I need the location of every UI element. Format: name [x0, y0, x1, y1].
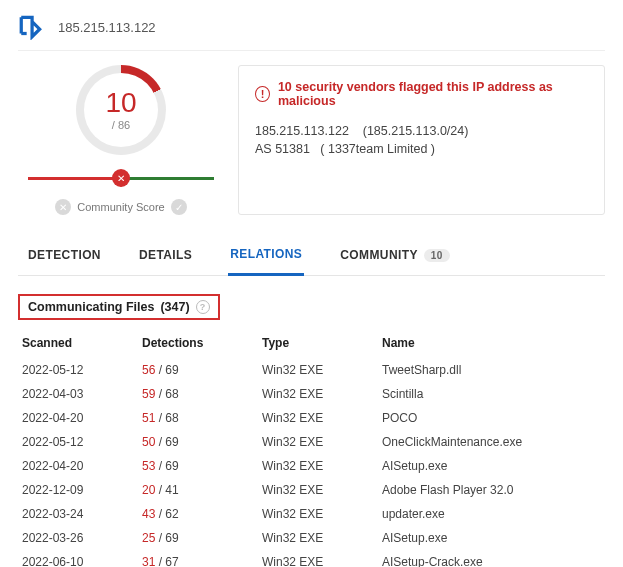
col-detections[interactable]: Detections: [138, 330, 258, 358]
downvote-chip-icon[interactable]: ✕: [55, 199, 71, 215]
brand-logo-icon[interactable]: [18, 14, 44, 40]
col-type[interactable]: Type: [258, 330, 378, 358]
cell-name: AISetup.exe: [378, 454, 605, 478]
gauge-flagged-count: 10: [105, 89, 136, 117]
col-name[interactable]: Name: [378, 330, 605, 358]
col-scanned[interactable]: Scanned: [18, 330, 138, 358]
malicious-alert: ! 10 security vendors flagged this IP ad…: [255, 80, 588, 108]
tab-relations[interactable]: RELATIONS: [228, 237, 304, 276]
community-score-bar: ✕: [28, 169, 214, 187]
app-window: 185.215.113.122 10 / 86 ✕ ✕ Community Sc…: [0, 0, 623, 567]
cell-name: POCO: [378, 406, 605, 430]
cell-type: Win32 EXE: [258, 550, 378, 567]
cell-type: Win32 EXE: [258, 382, 378, 406]
community-score-label: Community Score: [77, 201, 164, 213]
tab-detection[interactable]: DETECTION: [26, 238, 103, 274]
cell-scanned: 2022-06-10: [18, 550, 138, 567]
as-org: ( 1337team Limited ): [320, 142, 435, 156]
table-row[interactable]: 2022-03-2443 / 62Win32 EXEupdater.exe: [18, 502, 605, 526]
ip-value: 185.215.113.122: [255, 124, 349, 138]
info-card: ! 10 security vendors flagged this IP ad…: [238, 65, 605, 215]
table-header-row: Scanned Detections Type Name: [18, 330, 605, 358]
table-row[interactable]: 2022-06-1031 / 67Win32 EXEAISetup-Crack.…: [18, 550, 605, 567]
score-bar-pin-icon: ✕: [112, 169, 130, 187]
cell-name: updater.exe: [378, 502, 605, 526]
cell-scanned: 2022-05-12: [18, 430, 138, 454]
header-bar: 185.215.113.122: [18, 10, 605, 51]
ip-cidr-line: 185.215.113.122 (185.215.113.0/24): [255, 124, 588, 138]
cell-scanned: 2022-04-03: [18, 382, 138, 406]
tab-community-count: 10: [424, 249, 450, 262]
cell-type: Win32 EXE: [258, 526, 378, 550]
upvote-chip-icon[interactable]: ✓: [171, 199, 187, 215]
cell-type: Win32 EXE: [258, 406, 378, 430]
cell-name: Scintilla: [378, 382, 605, 406]
section-count: (347): [160, 300, 189, 314]
table-row[interactable]: 2022-05-1250 / 69Win32 EXEOneClickMainte…: [18, 430, 605, 454]
cell-type: Win32 EXE: [258, 430, 378, 454]
table-row[interactable]: 2022-04-2053 / 69Win32 EXEAISetup.exe: [18, 454, 605, 478]
score-panel: 10 / 86 ✕ ✕ Community Score ✓: [18, 65, 214, 215]
cell-detections: 51 / 68: [138, 406, 258, 430]
cell-detections: 43 / 62: [138, 502, 258, 526]
cell-scanned: 2022-04-20: [18, 454, 138, 478]
cell-scanned: 2022-03-26: [18, 526, 138, 550]
cell-scanned: 2022-12-09: [18, 478, 138, 502]
score-bar-positive: [121, 177, 214, 180]
as-line: AS 51381 ( 1337team Limited ): [255, 142, 588, 156]
table-row[interactable]: 2022-12-0920 / 41Win32 EXEAdobe Flash Pl…: [18, 478, 605, 502]
cell-detections: 56 / 69: [138, 358, 258, 382]
cell-detections: 53 / 69: [138, 454, 258, 478]
alert-text: 10 security vendors flagged this IP addr…: [278, 80, 588, 108]
alert-icon: !: [255, 86, 270, 102]
gauge-inner: 10 / 86: [84, 73, 158, 147]
communicating-files-table: Scanned Detections Type Name 2022-05-125…: [18, 330, 605, 567]
cell-scanned: 2022-03-24: [18, 502, 138, 526]
cell-name: AISetup-Crack.exe: [378, 550, 605, 567]
cell-name: AISetup.exe: [378, 526, 605, 550]
as-number: AS 51381: [255, 142, 310, 156]
table-row[interactable]: 2022-04-2051 / 68Win32 EXEPOCO: [18, 406, 605, 430]
tab-community-label: COMMUNITY: [340, 248, 418, 262]
table-row[interactable]: 2022-03-2625 / 69Win32 EXEAISetup.exe: [18, 526, 605, 550]
summary-row: 10 / 86 ✕ ✕ Community Score ✓ ! 10 sec: [18, 51, 605, 215]
section-communicating-files[interactable]: Communicating Files (347) ?: [18, 294, 220, 320]
cell-detections: 50 / 69: [138, 430, 258, 454]
table-row[interactable]: 2022-05-1256 / 69Win32 EXETweetSharp.dll: [18, 358, 605, 382]
cell-type: Win32 EXE: [258, 478, 378, 502]
tab-community[interactable]: COMMUNITY 10: [338, 238, 452, 274]
section-title: Communicating Files: [28, 300, 154, 314]
score-bar-negative: [28, 177, 121, 180]
cell-name: TweetSharp.dll: [378, 358, 605, 382]
table-row[interactable]: 2022-04-0359 / 68Win32 EXEScintilla: [18, 382, 605, 406]
cell-scanned: 2022-04-20: [18, 406, 138, 430]
detection-gauge: 10 / 86: [76, 65, 166, 155]
cell-detections: 59 / 68: [138, 382, 258, 406]
cell-type: Win32 EXE: [258, 358, 378, 382]
cell-type: Win32 EXE: [258, 502, 378, 526]
help-icon[interactable]: ?: [196, 300, 210, 314]
page-title-ip: 185.215.113.122: [58, 20, 156, 35]
cidr-value: (185.215.113.0/24): [363, 124, 469, 138]
cell-scanned: 2022-05-12: [18, 358, 138, 382]
cell-detections: 20 / 41: [138, 478, 258, 502]
cell-name: OneClickMaintenance.exe: [378, 430, 605, 454]
tab-bar: DETECTION DETAILS RELATIONS COMMUNITY 10: [18, 237, 605, 276]
gauge-total-count: / 86: [112, 119, 130, 131]
cell-name: Adobe Flash Player 32.0: [378, 478, 605, 502]
cell-detections: 25 / 69: [138, 526, 258, 550]
tab-details[interactable]: DETAILS: [137, 238, 194, 274]
community-score-line: ✕ Community Score ✓: [28, 199, 214, 215]
cell-detections: 31 / 67: [138, 550, 258, 567]
cell-type: Win32 EXE: [258, 454, 378, 478]
